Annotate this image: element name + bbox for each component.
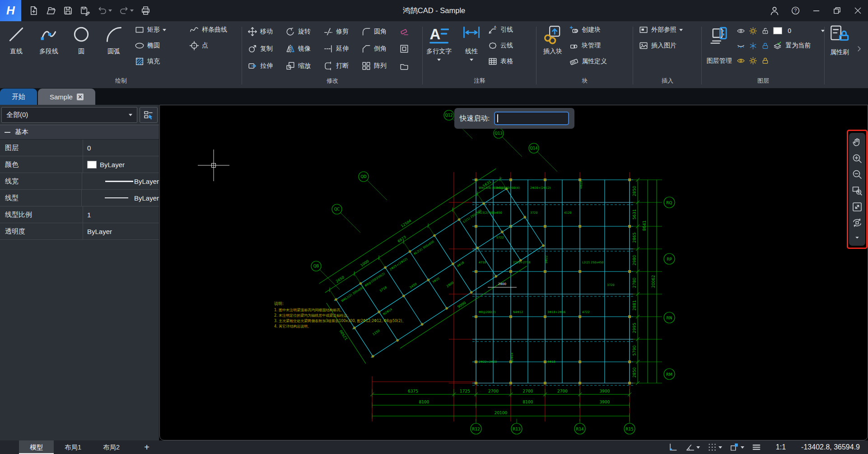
minimize-button[interactable] bbox=[806, 0, 826, 21]
save-as-button[interactable] bbox=[78, 4, 92, 18]
tool-extend[interactable]: 延伸 bbox=[323, 44, 361, 54]
tab-close-icon[interactable]: ✕ bbox=[77, 94, 84, 100]
drawing-canvas[interactable]: 2850563128652980278028812995579028508641… bbox=[159, 105, 868, 440]
tool-circle[interactable]: 圆 bbox=[65, 21, 98, 76]
prop-value[interactable]: ByLayer bbox=[83, 156, 159, 173]
quick-launch-popup: 快速启动: bbox=[454, 108, 574, 129]
tool-erase[interactable] bbox=[399, 27, 415, 37]
tab-开始[interactable]: 开始 bbox=[0, 89, 37, 105]
selection-filter-dropdown[interactable]: 全部(0) bbox=[1, 107, 137, 123]
tool-stretch[interactable]: 拉伸 bbox=[247, 61, 285, 71]
tool-xref[interactable]: 外部参照 bbox=[639, 25, 683, 35]
prop-value[interactable]: ByLayer bbox=[83, 223, 159, 239]
menu-toggle[interactable] bbox=[751, 442, 761, 452]
tool-offset[interactable] bbox=[399, 44, 415, 54]
drawing-text: 3718 bbox=[379, 286, 387, 293]
angle-toggle[interactable] bbox=[685, 442, 700, 452]
tool-cloud[interactable]: 云线 bbox=[488, 41, 531, 51]
tool-create-block[interactable]: 创建块 bbox=[569, 25, 628, 35]
eye-icon[interactable] bbox=[737, 56, 745, 65]
prop-value[interactable]: 1 bbox=[83, 206, 159, 223]
tool-dim-linear[interactable]: 线性 bbox=[455, 21, 488, 76]
osnap-toggle[interactable] bbox=[729, 442, 744, 452]
tool-attribute-def[interactable]: 属性定义 bbox=[569, 56, 628, 66]
orbit-button[interactable] bbox=[852, 217, 863, 228]
tool-move[interactable]: 移动 bbox=[247, 27, 285, 37]
grid-toggle[interactable] bbox=[707, 442, 722, 452]
tool-hatch[interactable]: 填充 bbox=[135, 56, 189, 66]
zoom-extents-button[interactable] bbox=[852, 201, 863, 212]
drawing-text: 8Φ22 bbox=[545, 255, 548, 263]
pan-button[interactable] bbox=[852, 137, 863, 148]
tab-Sample[interactable]: Sample ✕ bbox=[38, 89, 95, 105]
save-button[interactable] bbox=[61, 4, 75, 18]
tool-trim[interactable]: 修剪 bbox=[323, 27, 361, 37]
prop-value[interactable]: ByLayer bbox=[82, 173, 159, 189]
help-button[interactable]: ? bbox=[785, 0, 806, 21]
new-layout-button[interactable]: + bbox=[137, 442, 157, 453]
scale-indicator[interactable]: 1:1 bbox=[776, 443, 786, 451]
prop-value[interactable]: 0 bbox=[83, 140, 159, 156]
open-button[interactable] bbox=[44, 4, 58, 18]
close-button[interactable] bbox=[847, 0, 868, 21]
new-button[interactable] bbox=[27, 4, 41, 18]
ribbon-expand-button[interactable] bbox=[854, 21, 863, 76]
lock-icon[interactable] bbox=[761, 56, 770, 65]
sheet-tab-布局1[interactable]: 布局1 bbox=[54, 440, 92, 454]
zoom-out-button[interactable] bbox=[852, 169, 863, 180]
tool-rotate[interactable]: 旋转 bbox=[285, 27, 323, 37]
ortho-toggle[interactable] bbox=[668, 442, 678, 452]
sheet-tab-模型[interactable]: 模型 bbox=[19, 440, 54, 454]
tool-polyline[interactable]: 多段线 bbox=[33, 21, 65, 76]
freeze-icon[interactable] bbox=[749, 42, 757, 50]
tool-chamfer[interactable]: 倒角 bbox=[361, 44, 399, 54]
tool-insert-block[interactable]: 插入块 bbox=[537, 21, 569, 76]
tool-image[interactable]: 插入图片 bbox=[639, 41, 683, 51]
tool-layer-manager[interactable]: 图层管理 bbox=[702, 21, 737, 76]
tab-label: Sample bbox=[50, 93, 73, 101]
tool-leader[interactable]: A引线 bbox=[488, 25, 531, 35]
quick-launch-input[interactable] bbox=[494, 112, 569, 125]
undo-button[interactable] bbox=[95, 4, 114, 18]
section-basic-header[interactable]: 基本 bbox=[0, 125, 159, 140]
tool-match-properties[interactable]: 属性刷 bbox=[825, 21, 854, 76]
tool-arc[interactable]: 圆弧 bbox=[98, 21, 130, 76]
tool-ellipse[interactable]: 椭圆 bbox=[135, 41, 189, 51]
person-button[interactable] bbox=[764, 0, 785, 21]
drawing-text: RN bbox=[667, 316, 672, 320]
tool-point[interactable]: 点 bbox=[189, 41, 242, 51]
tool-block-manager[interactable]: 块管理 bbox=[569, 41, 628, 51]
tool-explode[interactable] bbox=[399, 61, 415, 71]
sun-icon[interactable] bbox=[749, 56, 757, 65]
caret-down-button[interactable] bbox=[853, 234, 861, 242]
tool-copy[interactable]: 复制 bbox=[247, 44, 285, 54]
quick-select-button[interactable] bbox=[140, 107, 158, 123]
set-current-label[interactable]: 置为当前 bbox=[785, 42, 811, 50]
tool-mtext[interactable]: A多行文字 bbox=[423, 21, 455, 76]
layer-off-icon[interactable] bbox=[737, 42, 745, 50]
zoom-window-button[interactable] bbox=[852, 185, 863, 196]
prop-label: 线宽 bbox=[0, 173, 82, 189]
drawing-text: 2Φ25+(2Φ22) bbox=[389, 257, 408, 271]
tool-line[interactable]: 直线 bbox=[0, 21, 33, 76]
layer-combo[interactable]: 0 bbox=[737, 25, 825, 36]
drawing-text: KL5(2) 300x650 bbox=[479, 211, 502, 215]
tool-mirror[interactable]: 镜像 bbox=[285, 44, 323, 54]
sheet-tab-布局2[interactable]: 布局2 bbox=[92, 440, 131, 454]
prop-value[interactable]: ByLayer bbox=[81, 190, 159, 206]
tool-break[interactable]: 打断 bbox=[323, 61, 361, 71]
restore-button[interactable] bbox=[826, 0, 847, 21]
prop-label: 颜色 bbox=[0, 156, 83, 173]
tool-spline[interactable]: 样条曲线 bbox=[189, 25, 242, 35]
tool-table[interactable]: 表格 bbox=[488, 56, 531, 66]
app-logo[interactable]: H bbox=[0, 0, 21, 21]
tool-rectangle[interactable]: 矩形 bbox=[135, 25, 189, 35]
set-current-icon[interactable] bbox=[773, 42, 782, 50]
zoom-in-button[interactable] bbox=[852, 153, 863, 164]
redo-button[interactable] bbox=[117, 4, 135, 18]
print-button[interactable] bbox=[139, 4, 153, 18]
lock-icon[interactable] bbox=[761, 42, 770, 50]
tool-scale[interactable]: 缩放 bbox=[285, 61, 323, 71]
tool-array[interactable]: 阵列 bbox=[361, 61, 399, 71]
tool-fillet[interactable]: 圆角 bbox=[361, 27, 399, 37]
